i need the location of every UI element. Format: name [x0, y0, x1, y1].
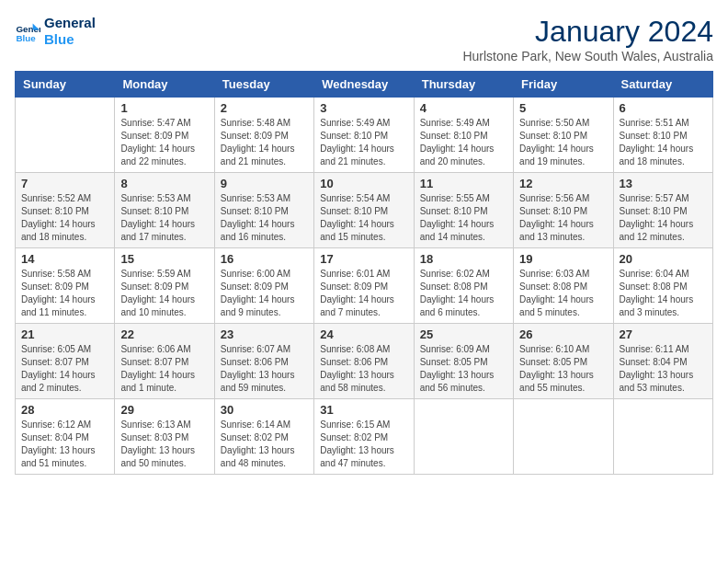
- day-info: Sunrise: 6:00 AM Sunset: 8:09 PM Dayligh…: [221, 268, 308, 319]
- day-number: 30: [221, 403, 308, 417]
- calendar-day: 25Sunrise: 6:09 AM Sunset: 8:05 PM Dayli…: [414, 324, 513, 399]
- logo: General Blue General Blue: [15, 15, 96, 48]
- col-header-thursday: Thursday: [414, 72, 513, 98]
- day-info: Sunrise: 5:49 AM Sunset: 8:10 PM Dayligh…: [320, 117, 407, 168]
- day-number: 3: [320, 101, 407, 115]
- calendar-day: 23Sunrise: 6:07 AM Sunset: 8:06 PM Dayli…: [214, 324, 313, 399]
- day-number: 24: [320, 327, 407, 341]
- location: Hurlstone Park, New South Wales, Austral…: [462, 49, 713, 63]
- calendar-day: 6Sunrise: 5:51 AM Sunset: 8:10 PM Daylig…: [613, 98, 712, 173]
- calendar-day: 17Sunrise: 6:01 AM Sunset: 8:09 PM Dayli…: [314, 248, 414, 324]
- calendar-day: 24Sunrise: 6:08 AM Sunset: 8:06 PM Dayli…: [314, 324, 414, 399]
- svg-text:Blue: Blue: [16, 33, 36, 43]
- col-header-saturday: Saturday: [613, 72, 712, 98]
- day-info: Sunrise: 6:05 AM Sunset: 8:07 PM Dayligh…: [21, 343, 108, 395]
- calendar-day: 4Sunrise: 5:49 AM Sunset: 8:10 PM Daylig…: [414, 98, 513, 173]
- calendar-day: 18Sunrise: 6:02 AM Sunset: 8:08 PM Dayli…: [414, 248, 513, 324]
- calendar-day: 13Sunrise: 5:57 AM Sunset: 8:10 PM Dayli…: [613, 173, 712, 248]
- day-number: 9: [221, 177, 308, 190]
- day-number: 14: [21, 252, 108, 266]
- day-number: 28: [21, 403, 108, 417]
- day-info: Sunrise: 6:13 AM Sunset: 8:03 PM Dayligh…: [120, 419, 208, 470]
- calendar-day: 15Sunrise: 5:59 AM Sunset: 8:09 PM Dayli…: [115, 248, 214, 324]
- day-number: 19: [519, 252, 607, 266]
- day-info: Sunrise: 5:55 AM Sunset: 8:10 PM Dayligh…: [420, 192, 507, 244]
- day-info: Sunrise: 5:56 AM Sunset: 8:10 PM Dayligh…: [519, 192, 607, 244]
- calendar-day: 12Sunrise: 5:56 AM Sunset: 8:10 PM Dayli…: [514, 173, 613, 248]
- day-number: 22: [120, 327, 208, 341]
- calendar-header-row: SundayMondayTuesdayWednesdayThursdayFrid…: [16, 72, 713, 98]
- calendar-day: 28Sunrise: 6:12 AM Sunset: 8:04 PM Dayli…: [16, 399, 115, 475]
- calendar-week-1: 1Sunrise: 5:47 AM Sunset: 8:09 PM Daylig…: [16, 98, 713, 173]
- day-number: 7: [21, 177, 108, 190]
- day-number: 2: [221, 101, 308, 115]
- logo-icon: General Blue: [15, 18, 40, 44]
- day-number: 17: [320, 252, 407, 266]
- calendar-day: 20Sunrise: 6:04 AM Sunset: 8:08 PM Dayli…: [613, 248, 712, 324]
- day-info: Sunrise: 6:06 AM Sunset: 8:07 PM Dayligh…: [120, 343, 208, 395]
- day-info: Sunrise: 5:59 AM Sunset: 8:09 PM Dayligh…: [120, 268, 208, 319]
- month-year: January 2024: [462, 15, 713, 49]
- calendar-day: 8Sunrise: 5:53 AM Sunset: 8:10 PM Daylig…: [115, 173, 214, 248]
- day-info: Sunrise: 5:54 AM Sunset: 8:10 PM Dayligh…: [320, 192, 407, 244]
- title-section: January 2024 Hurlstone Park, New South W…: [462, 15, 713, 63]
- day-info: Sunrise: 5:53 AM Sunset: 8:10 PM Dayligh…: [120, 192, 208, 244]
- day-number: 23: [221, 327, 308, 341]
- day-info: Sunrise: 5:57 AM Sunset: 8:10 PM Dayligh…: [620, 192, 707, 244]
- calendar-day: 11Sunrise: 5:55 AM Sunset: 8:10 PM Dayli…: [414, 173, 513, 248]
- day-info: Sunrise: 6:09 AM Sunset: 8:05 PM Dayligh…: [420, 343, 507, 395]
- day-number: 29: [120, 403, 208, 417]
- col-header-wednesday: Wednesday: [314, 72, 414, 98]
- calendar-day: [514, 399, 613, 475]
- calendar-day: 22Sunrise: 6:06 AM Sunset: 8:07 PM Dayli…: [115, 324, 214, 399]
- day-number: 8: [120, 177, 208, 190]
- calendar-day: 1Sunrise: 5:47 AM Sunset: 8:09 PM Daylig…: [115, 98, 214, 173]
- day-info: Sunrise: 6:02 AM Sunset: 8:08 PM Dayligh…: [420, 268, 507, 319]
- day-info: Sunrise: 5:53 AM Sunset: 8:10 PM Dayligh…: [221, 192, 308, 244]
- day-info: Sunrise: 6:14 AM Sunset: 8:02 PM Dayligh…: [221, 419, 308, 470]
- col-header-friday: Friday: [514, 72, 613, 98]
- day-info: Sunrise: 5:51 AM Sunset: 8:10 PM Dayligh…: [620, 117, 707, 168]
- calendar-day: 26Sunrise: 6:10 AM Sunset: 8:05 PM Dayli…: [514, 324, 613, 399]
- day-number: 27: [620, 327, 707, 341]
- calendar-day: 5Sunrise: 5:50 AM Sunset: 8:10 PM Daylig…: [514, 98, 613, 173]
- day-number: 15: [120, 252, 208, 266]
- day-number: 21: [21, 327, 108, 341]
- day-info: Sunrise: 6:11 AM Sunset: 8:04 PM Dayligh…: [620, 343, 707, 395]
- day-info: Sunrise: 6:04 AM Sunset: 8:08 PM Dayligh…: [620, 268, 707, 319]
- calendar-day: 27Sunrise: 6:11 AM Sunset: 8:04 PM Dayli…: [613, 324, 712, 399]
- day-number: 10: [320, 177, 407, 190]
- calendar-day: [613, 399, 712, 475]
- calendar-week-5: 28Sunrise: 6:12 AM Sunset: 8:04 PM Dayli…: [16, 399, 713, 475]
- day-info: Sunrise: 6:10 AM Sunset: 8:05 PM Dayligh…: [519, 343, 607, 395]
- day-number: 4: [420, 101, 507, 115]
- day-info: Sunrise: 5:58 AM Sunset: 8:09 PM Dayligh…: [21, 268, 108, 319]
- day-info: Sunrise: 5:52 AM Sunset: 8:10 PM Dayligh…: [21, 192, 108, 244]
- day-info: Sunrise: 5:47 AM Sunset: 8:09 PM Dayligh…: [120, 117, 208, 168]
- calendar-day: 7Sunrise: 5:52 AM Sunset: 8:10 PM Daylig…: [16, 173, 115, 248]
- day-number: 31: [320, 403, 407, 417]
- logo-line1: General: [44, 15, 96, 31]
- day-number: 12: [519, 177, 607, 190]
- day-number: 25: [420, 327, 507, 341]
- day-number: 5: [519, 101, 607, 115]
- day-number: 16: [221, 252, 308, 266]
- calendar-day: 21Sunrise: 6:05 AM Sunset: 8:07 PM Dayli…: [16, 324, 115, 399]
- calendar-day: 16Sunrise: 6:00 AM Sunset: 8:09 PM Dayli…: [214, 248, 313, 324]
- calendar-week-4: 21Sunrise: 6:05 AM Sunset: 8:07 PM Dayli…: [16, 324, 713, 399]
- calendar-day: 3Sunrise: 5:49 AM Sunset: 8:10 PM Daylig…: [314, 98, 414, 173]
- day-number: 13: [620, 177, 707, 190]
- day-number: 18: [420, 252, 507, 266]
- calendar-week-3: 14Sunrise: 5:58 AM Sunset: 8:09 PM Dayli…: [16, 248, 713, 324]
- calendar-table: SundayMondayTuesdayWednesdayThursdayFrid…: [15, 71, 713, 475]
- day-info: Sunrise: 5:49 AM Sunset: 8:10 PM Dayligh…: [420, 117, 507, 168]
- calendar-day: [414, 399, 513, 475]
- day-info: Sunrise: 6:08 AM Sunset: 8:06 PM Dayligh…: [320, 343, 407, 395]
- page-header: General Blue General Blue January 2024 H…: [15, 15, 713, 63]
- calendar-week-2: 7Sunrise: 5:52 AM Sunset: 8:10 PM Daylig…: [16, 173, 713, 248]
- col-header-sunday: Sunday: [16, 72, 115, 98]
- calendar-day: 31Sunrise: 6:15 AM Sunset: 8:02 PM Dayli…: [314, 399, 414, 475]
- calendar-day: 29Sunrise: 6:13 AM Sunset: 8:03 PM Dayli…: [115, 399, 214, 475]
- col-header-tuesday: Tuesday: [214, 72, 313, 98]
- calendar-day: [16, 98, 115, 173]
